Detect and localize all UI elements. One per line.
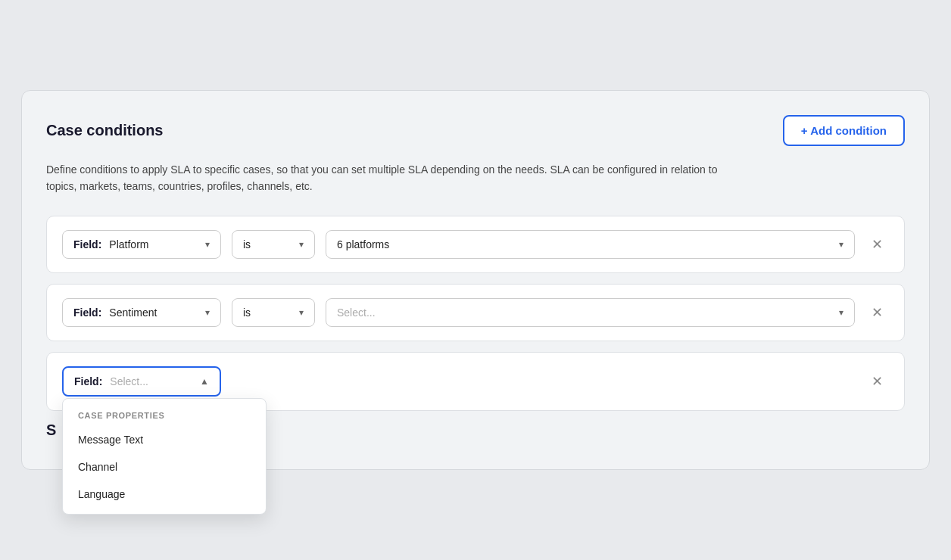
dropdown-item-language[interactable]: Language <box>63 481 266 508</box>
description-text: Define conditions to apply SLA to specif… <box>46 161 728 195</box>
remove-condition-1[interactable]: ✕ <box>865 233 889 256</box>
chevron-down-icon-val1: ▾ <box>839 239 843 250</box>
condition-row-2: Field: Sentiment ▾ is ▾ Select... ▾ ✕ <box>46 284 905 341</box>
field-value-3: Select... <box>110 375 195 387</box>
dropdown-item-channel[interactable]: Channel <box>63 453 266 481</box>
dropdown-item-message-text[interactable]: Message Text <box>63 426 266 453</box>
dropdown-section-label: CASE PROPERTIES <box>63 408 266 426</box>
value-select-2[interactable]: Select... ▾ <box>326 298 855 327</box>
value-text-1: 6 platforms <box>337 238 834 250</box>
chevron-down-icon-2: ▾ <box>205 307 210 318</box>
operator-select-1[interactable]: is ▾ <box>232 230 315 259</box>
remove-condition-3[interactable]: ✕ <box>865 370 889 393</box>
field-select-open[interactable]: Field: Select... ▲ <box>62 366 221 397</box>
chevron-down-icon-op1: ▾ <box>299 239 304 250</box>
field-label-2: Field: <box>73 306 101 319</box>
page-title: Case conditions <box>46 122 163 139</box>
field-label-1: Field: <box>73 238 101 250</box>
condition-row-3: Field: Select... ▲ CASE PROPERTIES Messa… <box>46 352 905 411</box>
operator-select-2[interactable]: is ▾ <box>232 298 315 327</box>
chevron-down-icon-op2: ▾ <box>299 307 304 318</box>
value-select-1[interactable]: 6 platforms ▾ <box>326 230 855 259</box>
field-value-1: Platform <box>109 238 201 250</box>
field-value-2: Sentiment <box>109 306 201 319</box>
field-dropdown-container: Field: Select... ▲ CASE PROPERTIES Messa… <box>62 366 221 397</box>
field-label-3: Field: <box>74 375 102 387</box>
chevron-up-icon-3: ▲ <box>200 376 209 387</box>
chevron-down-icon-1: ▾ <box>205 239 210 250</box>
chevron-down-icon-val2: ▾ <box>839 307 843 318</box>
field-dropdown-menu: CASE PROPERTIES Message Text Channel Lan… <box>62 398 267 515</box>
field-select-sentiment[interactable]: Field: Sentiment ▾ <box>62 298 221 327</box>
value-text-2: Select... <box>337 306 834 319</box>
add-condition-button[interactable]: + Add condition <box>783 115 905 146</box>
card-header: Case conditions + Add condition <box>46 115 905 146</box>
bottom-text: S <box>46 422 56 439</box>
remove-condition-2[interactable]: ✕ <box>865 301 889 324</box>
operator-value-1: is <box>243 238 295 250</box>
field-select-platform[interactable]: Field: Platform ▾ <box>62 230 221 259</box>
condition-row-1: Field: Platform ▾ is ▾ 6 platforms ▾ ✕ <box>46 216 905 273</box>
operator-value-2: is <box>243 306 295 319</box>
case-conditions-card: Case conditions + Add condition Define c… <box>21 90 930 471</box>
